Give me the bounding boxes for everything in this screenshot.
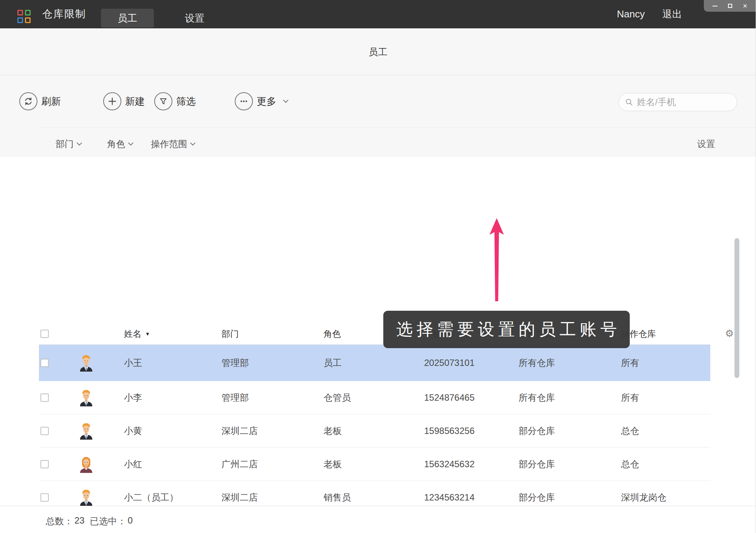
row-checkbox[interactable] (40, 427, 49, 435)
logo-square-green (25, 10, 31, 15)
cell-warehouse: 总仓 (621, 458, 710, 470)
avatar (77, 389, 95, 406)
filter-scope-label: 操作范围 (151, 138, 187, 150)
search-input[interactable] (637, 97, 724, 107)
selected-value: 0 (128, 515, 133, 527)
search-icon (625, 98, 633, 106)
more-button[interactable]: 更多 (235, 92, 288, 110)
total-value: 23 (74, 515, 85, 527)
page-header: 员工 (0, 28, 756, 75)
cell-name: 小李 (124, 392, 222, 404)
cell-scope: 所有仓库 (519, 357, 621, 369)
column-header-department: 部门 (222, 328, 324, 340)
titlebar: 仓库限制 员工 设置 Nancy 退出 ✕ (0, 0, 756, 28)
avatar (77, 422, 95, 440)
app-logo-icon (17, 10, 31, 23)
app-title: 仓库限制 (42, 0, 86, 28)
avatar (77, 354, 95, 372)
refresh-icon (19, 92, 37, 110)
cell-phone: 2025073101 (424, 358, 519, 368)
search-box[interactable] (618, 93, 737, 111)
close-icon[interactable]: ✕ (742, 3, 748, 9)
logo-square-red (17, 10, 23, 15)
column-settings-gear-icon[interactable]: ⚙ (725, 328, 734, 338)
avatar (77, 489, 95, 506)
selected-label: 已选中： (90, 515, 126, 527)
table-row[interactable]: 小红 广州二店 老板 1563245632 部分仓库 总仓 (39, 448, 710, 481)
cell-scope: 所有仓库 (519, 392, 621, 404)
cell-department: 深圳二店 (222, 491, 324, 504)
user-menu[interactable]: Nancy (617, 0, 645, 28)
total-label: 总数： (46, 515, 73, 527)
cell-department: 管理部 (222, 357, 324, 369)
cell-department: 管理部 (222, 392, 324, 404)
refresh-label: 刷新 (41, 95, 61, 108)
cell-role: 老板 (324, 458, 424, 470)
chevron-down-icon (190, 140, 195, 146)
avatar (77, 456, 95, 473)
funnel-icon (154, 92, 172, 110)
row-checkbox[interactable] (40, 460, 49, 468)
maximize-icon[interactable] (727, 3, 733, 9)
tab-settings[interactable]: 设置 (168, 9, 221, 28)
cell-name: 小红 (124, 458, 222, 470)
cell-phone: 1598563256 (424, 426, 519, 436)
row-checkbox[interactable] (40, 394, 49, 402)
cell-phone: 1563245632 (424, 459, 519, 469)
row-checkbox[interactable] (40, 359, 49, 367)
cell-warehouse: 深圳龙岗仓 (621, 491, 710, 504)
cell-department: 深圳二店 (222, 425, 324, 437)
logout-button[interactable]: 退出 (662, 0, 682, 28)
filter-department[interactable]: 部门 (56, 137, 81, 151)
row-checkbox[interactable] (40, 493, 49, 502)
filter-button[interactable]: 筛选 (154, 92, 196, 110)
cell-role: 仓管员 (324, 392, 424, 404)
logo-square-blue (17, 17, 23, 23)
cell-scope: 部分仓库 (519, 491, 621, 504)
table-row[interactable]: 小王 管理部 员工 2025073101 所有仓库 所有 (39, 345, 710, 381)
filter-role-label: 角色 (107, 138, 125, 150)
column-header-warehouse: 操作仓库 (621, 328, 710, 340)
column-name-label: 姓名 (124, 328, 141, 340)
refresh-button[interactable]: 刷新 (19, 92, 61, 110)
table-row[interactable]: 小李 管理部 仓管员 1524876465 所有仓库 所有 (39, 381, 710, 414)
cell-scope: 部分仓库 (519, 425, 621, 437)
column-header-name[interactable]: 姓名 ▼ (124, 328, 222, 340)
minimize-icon[interactable] (712, 3, 717, 9)
cell-name: 小黄 (124, 425, 222, 437)
filter-role[interactable]: 角色 (107, 137, 133, 151)
cell-warehouse: 所有 (621, 392, 710, 404)
logo-square-orange (25, 17, 31, 23)
chevron-down-icon (128, 140, 133, 146)
cell-warehouse: 总仓 (621, 425, 710, 437)
app-window: 仓库限制 员工 设置 Nancy 退出 ✕ 员工 刷新 (0, 0, 756, 533)
cell-warehouse: 所有 (621, 357, 710, 369)
toolbar-divider (39, 127, 756, 128)
filter-department-label: 部门 (56, 138, 74, 150)
cell-name: 小二（员工） (124, 491, 222, 504)
cell-role: 老板 (324, 425, 424, 437)
cell-role: 销售员 (324, 491, 424, 504)
filter-label: 筛选 (176, 95, 196, 108)
window-controls: ✕ (704, 0, 756, 12)
cell-phone: 1524876465 (424, 392, 519, 403)
plus-icon (103, 92, 121, 110)
sort-desc-icon[interactable]: ▼ (145, 331, 150, 337)
create-button[interactable]: 新建 (103, 92, 145, 110)
cell-name: 小王 (124, 357, 222, 369)
select-all-checkbox[interactable] (40, 330, 49, 338)
filter-settings-link[interactable]: 设置 (697, 137, 715, 151)
filter-scope[interactable]: 操作范围 (151, 137, 195, 151)
ellipsis-icon (235, 92, 253, 110)
cell-department: 广州二店 (222, 458, 324, 470)
table-row[interactable]: 小黄 深圳二店 老板 1598563256 部分仓库 总仓 (39, 414, 710, 448)
tab-employees[interactable]: 员工 (101, 9, 154, 28)
annotation-tooltip-text: 选择需要设置的员工账号 (392, 318, 621, 341)
annotation-tooltip: 选择需要设置的员工账号 (383, 311, 630, 348)
cell-scope: 部分仓库 (519, 458, 621, 470)
table-footer: 总数： 23 已选中： 0 (0, 506, 756, 533)
employee-table: 姓名 ▼ 部门 角色 手机 操作范围 操作仓库 小王 管理部 员工 202507… (39, 323, 710, 533)
vertical-scrollbar[interactable] (734, 238, 739, 378)
chevron-down-icon (283, 98, 288, 103)
create-label: 新建 (125, 95, 145, 108)
